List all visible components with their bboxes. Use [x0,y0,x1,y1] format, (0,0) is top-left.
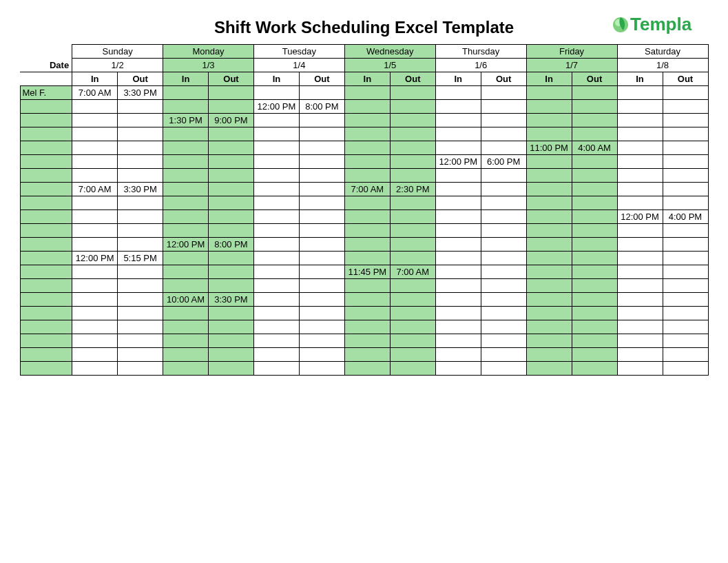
time-cell[interactable] [435,320,481,334]
time-cell[interactable] [390,348,435,362]
time-cell[interactable] [435,183,481,196]
time-cell[interactable] [72,307,118,320]
time-cell[interactable]: 5:15 PM [118,252,163,265]
time-cell[interactable] [118,348,163,362]
time-cell[interactable] [72,114,118,127]
employee-name-cell[interactable] [20,320,72,334]
time-cell[interactable] [72,320,118,334]
time-cell[interactable] [572,334,617,348]
time-cell[interactable] [526,334,572,348]
time-cell[interactable] [481,320,526,334]
time-cell[interactable] [663,265,708,279]
time-cell[interactable] [299,293,344,307]
employee-name-cell[interactable] [20,196,72,210]
time-cell[interactable] [209,196,254,210]
time-cell[interactable] [118,196,163,210]
time-cell[interactable] [617,224,663,238]
time-cell[interactable]: 12:00 PM [617,210,663,224]
time-cell[interactable] [435,362,481,376]
time-cell[interactable] [526,362,572,376]
time-cell[interactable] [163,279,209,293]
time-cell[interactable] [526,238,572,252]
time-cell[interactable] [572,100,617,114]
time-cell[interactable] [435,196,481,210]
time-cell[interactable] [572,224,617,238]
time-cell[interactable] [617,100,663,114]
time-cell[interactable] [253,141,299,155]
time-cell[interactable] [118,293,163,307]
time-cell[interactable] [526,252,572,265]
employee-name-cell[interactable] [20,183,72,196]
time-cell[interactable] [617,307,663,320]
time-cell[interactable] [390,196,435,210]
time-cell[interactable] [299,334,344,348]
time-cell[interactable] [663,169,708,183]
time-cell[interactable] [253,293,299,307]
time-cell[interactable] [299,169,344,183]
employee-name-cell[interactable] [20,293,72,307]
time-cell[interactable] [72,362,118,376]
time-cell[interactable] [435,252,481,265]
time-cell[interactable] [435,224,481,238]
time-cell[interactable] [163,127,209,141]
time-cell[interactable] [390,114,435,127]
time-cell[interactable] [390,334,435,348]
time-cell[interactable] [209,307,254,320]
time-cell[interactable] [299,127,344,141]
employee-name-cell[interactable] [20,334,72,348]
time-cell[interactable] [435,114,481,127]
time-cell[interactable]: 4:00 AM [572,141,617,155]
time-cell[interactable] [390,238,435,252]
time-cell[interactable]: 12:00 PM [435,155,481,169]
time-cell[interactable] [344,224,390,238]
time-cell[interactable] [435,86,481,100]
time-cell[interactable]: 4:00 PM [663,210,708,224]
time-cell[interactable] [118,334,163,348]
time-cell[interactable] [209,183,254,196]
time-cell[interactable] [299,279,344,293]
time-cell[interactable] [390,224,435,238]
time-cell[interactable]: 11:45 PM [344,265,390,279]
time-cell[interactable] [526,210,572,224]
time-cell[interactable] [72,196,118,210]
time-cell[interactable] [163,265,209,279]
time-cell[interactable] [209,320,254,334]
time-cell[interactable] [163,155,209,169]
time-cell[interactable] [163,252,209,265]
time-cell[interactable]: 2:30 PM [390,183,435,196]
time-cell[interactable] [572,238,617,252]
time-cell[interactable] [390,252,435,265]
time-cell[interactable] [344,86,390,100]
time-cell[interactable] [209,252,254,265]
time-cell[interactable] [572,127,617,141]
time-cell[interactable] [72,293,118,307]
time-cell[interactable] [163,141,209,155]
time-cell[interactable] [435,307,481,320]
time-cell[interactable] [481,114,526,127]
time-cell[interactable]: 7:00 AM [344,183,390,196]
time-cell[interactable] [299,252,344,265]
time-cell[interactable] [118,127,163,141]
time-cell[interactable] [617,252,663,265]
time-cell[interactable]: 1:30 PM [163,114,209,127]
time-cell[interactable] [572,362,617,376]
time-cell[interactable] [118,279,163,293]
time-cell[interactable] [344,362,390,376]
time-cell[interactable] [344,252,390,265]
employee-name-cell[interactable] [20,100,72,114]
time-cell[interactable] [253,334,299,348]
time-cell[interactable] [663,293,708,307]
time-cell[interactable] [253,362,299,376]
employee-name-cell[interactable] [20,127,72,141]
time-cell[interactable] [299,141,344,155]
time-cell[interactable] [299,265,344,279]
time-cell[interactable]: 3:30 PM [118,86,163,100]
time-cell[interactable] [72,334,118,348]
time-cell[interactable] [390,86,435,100]
time-cell[interactable] [663,86,708,100]
time-cell[interactable] [572,265,617,279]
time-cell[interactable] [526,86,572,100]
time-cell[interactable] [209,362,254,376]
time-cell[interactable] [481,210,526,224]
time-cell[interactable] [617,155,663,169]
